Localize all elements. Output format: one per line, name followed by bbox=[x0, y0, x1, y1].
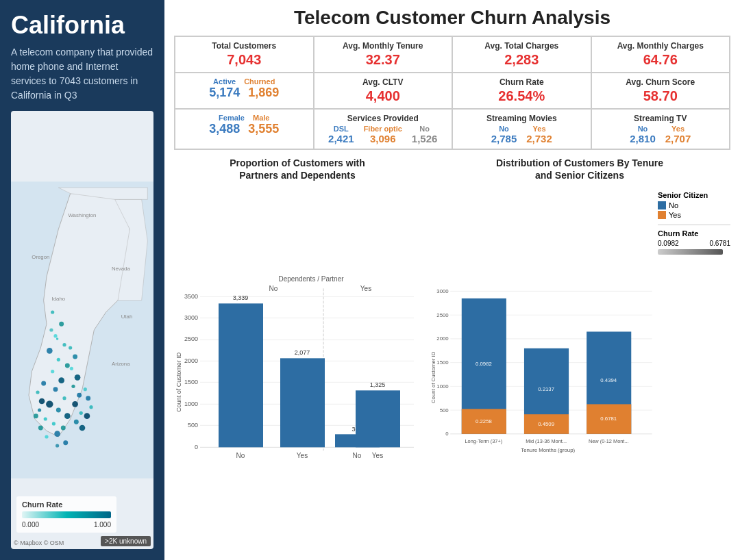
svg-text:1500: 1500 bbox=[184, 379, 198, 386]
movies-no-label: No bbox=[491, 125, 517, 133]
svg-point-11 bbox=[47, 348, 53, 354]
senior-citizen-legend-title: Senior Citizen bbox=[658, 191, 730, 199]
svg-text:0.4509: 0.4509 bbox=[538, 421, 554, 427]
churn-min-label: 0.000 bbox=[22, 521, 39, 529]
chart-right-inner: Count of Customer ID 0 500 1000 1500 200… bbox=[429, 184, 730, 553]
svg-text:Dependents / Partner: Dependents / Partner bbox=[278, 276, 344, 283]
svg-text:3000: 3000 bbox=[184, 315, 198, 322]
svg-text:0.6781: 0.6781 bbox=[600, 416, 617, 422]
svg-text:Count of Customer ID: Count of Customer ID bbox=[430, 352, 436, 404]
services-label: Services Provided bbox=[321, 114, 445, 123]
svg-point-42 bbox=[36, 390, 39, 394]
svg-point-37 bbox=[63, 440, 68, 445]
metric-active-churned: Active Churned 5,174 1,869 bbox=[175, 73, 314, 109]
svg-text:Mid (13-36 Mont...: Mid (13-36 Mont... bbox=[526, 438, 567, 444]
tv-yes-value: 2,707 bbox=[665, 133, 691, 144]
svg-text:Idaho: Idaho bbox=[52, 296, 66, 302]
tv-no: No 2,810 bbox=[630, 125, 656, 144]
metric-avg-monthly-charges-label: Avg. Monthly Charges bbox=[599, 41, 723, 51]
services-row: DSL 2,421 Fiber optic 3,096 No 1,526 bbox=[321, 125, 445, 144]
metric-avg-tenure-label: Avg. Monthly Tenure bbox=[321, 41, 445, 51]
svg-text:1500: 1500 bbox=[436, 360, 449, 366]
service-no: No 1,526 bbox=[412, 125, 438, 144]
svg-text:0.2258: 0.2258 bbox=[476, 419, 492, 425]
churn-legend: Churn Rate 0.000 1.000 bbox=[16, 496, 116, 533]
active-churned-values: 5,174 1,869 bbox=[182, 86, 306, 100]
svg-text:2,077: 2,077 bbox=[295, 350, 310, 357]
no-service-value: 1,526 bbox=[412, 133, 438, 144]
svg-text:0: 0 bbox=[445, 431, 449, 437]
churned-label: Churned bbox=[244, 77, 275, 86]
male-value: 3,555 bbox=[248, 122, 279, 136]
legend-yes-swatch bbox=[658, 211, 666, 219]
svg-point-48 bbox=[89, 405, 92, 409]
metric-avg-churn-score: Avg. Churn Score 58.70 bbox=[591, 73, 730, 109]
svg-text:1,325: 1,325 bbox=[370, 382, 386, 389]
movies-yes: Yes 2,732 bbox=[526, 125, 552, 144]
svg-text:2000: 2000 bbox=[184, 358, 198, 365]
svg-point-10 bbox=[62, 343, 66, 346]
dsl-value: 2,421 bbox=[328, 133, 354, 144]
svg-point-26 bbox=[70, 367, 73, 370]
chart-right-main: Count of Customer ID 0 500 1000 1500 200… bbox=[429, 184, 655, 553]
chart-tenure-title: Distribution of Customers By Tenureand S… bbox=[429, 157, 730, 181]
region-description: A telecom company that provided home pho… bbox=[11, 45, 153, 103]
partners-chart-svg: Count of Customer ID Dependents / Partne… bbox=[174, 184, 421, 553]
svg-point-17 bbox=[62, 396, 66, 400]
streaming-tv-row: No 2,810 Yes 2,707 bbox=[599, 125, 723, 144]
metric-churn-rate-value: 26.54% bbox=[460, 88, 584, 104]
svg-point-15 bbox=[58, 377, 64, 383]
svg-text:New (0-12 Mont...: New (0-12 Mont... bbox=[589, 438, 629, 444]
gender-values: 3,488 3,555 bbox=[182, 122, 306, 136]
svg-text:No: No bbox=[236, 453, 245, 460]
metric-avg-tenure: Avg. Monthly Tenure 32.37 bbox=[314, 36, 453, 73]
svg-point-47 bbox=[86, 396, 90, 400]
chart-partners-dependents: Proportion of Customers withPartners and… bbox=[174, 157, 421, 553]
svg-point-30 bbox=[72, 401, 78, 407]
svg-text:3500: 3500 bbox=[184, 294, 198, 301]
svg-point-35 bbox=[38, 426, 43, 431]
gender-labels: Female Male bbox=[182, 114, 306, 122]
california-map: Washington Oregon Idaho Nevada Utah Ariz… bbox=[11, 111, 153, 549]
churned-value: 1,869 bbox=[248, 86, 279, 100]
churn-rate-range: 0.0982 0.6781 bbox=[658, 240, 730, 247]
legend-no: No bbox=[658, 201, 730, 209]
svg-text:500: 500 bbox=[188, 422, 198, 429]
svg-point-39 bbox=[49, 328, 53, 331]
svg-text:Yes: Yes bbox=[297, 453, 308, 460]
svg-point-36 bbox=[45, 435, 48, 438]
churn-rate-max: 0.6781 bbox=[709, 240, 730, 247]
metric-avg-total-charges: Avg. Total Charges 2,283 bbox=[452, 36, 591, 73]
metric-streaming-tv: Streaming TV No 2,810 Yes 2,707 bbox=[591, 109, 730, 149]
svg-point-21 bbox=[52, 422, 56, 425]
tv-no-label: No bbox=[630, 125, 656, 133]
female-label: Female bbox=[219, 114, 245, 122]
tv-yes: Yes 2,707 bbox=[665, 125, 691, 144]
metric-avg-churn-score-label: Avg. Churn Score bbox=[599, 77, 723, 87]
active-label: Active bbox=[213, 77, 236, 86]
active-value: 5,174 bbox=[209, 86, 240, 100]
svg-point-45 bbox=[34, 413, 38, 418]
legend-no-swatch bbox=[658, 201, 666, 209]
fiber-value: 3,096 bbox=[364, 133, 402, 144]
svg-text:1000: 1000 bbox=[436, 383, 449, 390]
metric-gender: Female Male 3,488 3,555 bbox=[175, 109, 314, 149]
fiber-label: Fiber optic bbox=[364, 125, 402, 133]
charts-row: Proportion of Customers withPartners and… bbox=[174, 157, 730, 553]
svg-text:0.2137: 0.2137 bbox=[538, 387, 554, 393]
svg-text:Washington: Washington bbox=[69, 212, 97, 218]
churn-legend-bar bbox=[22, 511, 111, 518]
left-panel: California A telecom company that provid… bbox=[0, 0, 164, 560]
svg-text:Yes: Yes bbox=[372, 453, 383, 460]
streaming-movies-row: No 2,785 Yes 2,732 bbox=[460, 125, 584, 144]
svg-text:3000: 3000 bbox=[436, 288, 449, 294]
movies-yes-label: Yes bbox=[526, 125, 552, 133]
svg-text:2000: 2000 bbox=[436, 336, 449, 342]
svg-point-28 bbox=[71, 385, 75, 388]
svg-text:500: 500 bbox=[440, 407, 449, 413]
service-dsl: DSL 2,421 bbox=[328, 125, 354, 144]
female-value: 3,488 bbox=[209, 122, 240, 136]
movies-yes-value: 2,732 bbox=[526, 133, 552, 144]
legend-no-label: No bbox=[669, 201, 678, 209]
svg-point-13 bbox=[65, 364, 70, 368]
